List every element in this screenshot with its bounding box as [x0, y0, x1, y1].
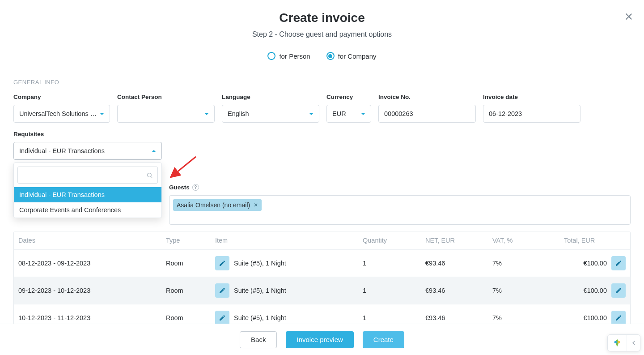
cell-type: Room: [161, 277, 211, 304]
requisites-search-input[interactable]: [22, 171, 146, 179]
page-subtitle: Step 2 - Choose guest and payment option…: [0, 30, 644, 38]
edit-total-button[interactable]: [611, 311, 626, 325]
requisites-search[interactable]: [17, 167, 158, 184]
th-qty: Quantity: [358, 231, 421, 250]
svg-point-4: [614, 341, 617, 343]
field-company-label: Company: [13, 94, 110, 100]
invoice-no-input[interactable]: 00000263: [378, 105, 476, 123]
form-grid: Company UniversalTech Solutions (B… Cont…: [13, 94, 631, 123]
item-text: Suite (#5), 1 Night: [234, 287, 286, 294]
cell-type: Room: [161, 250, 211, 277]
chevron-down-icon: [204, 113, 209, 115]
table-header-row: Dates Type Item Quantity NET, EUR VAT, %…: [14, 231, 630, 250]
invoice-preview-button[interactable]: Invoice preview: [286, 331, 353, 348]
field-currency: Currency EUR: [326, 94, 371, 123]
total-text: €100.00: [584, 260, 607, 267]
field-invoice-date-label: Invoice date: [483, 94, 580, 100]
content-area: GENERAL INFO Company UniversalTech Solut…: [0, 79, 644, 160]
field-contact-label: Contact Person: [117, 94, 215, 100]
close-icon[interactable]: [624, 13, 633, 21]
svg-line-1: [151, 176, 152, 178]
field-invoice-no-label: Invoice No.: [378, 94, 476, 100]
search-icon: [146, 172, 153, 179]
field-requisites-label: Requisites: [13, 131, 631, 137]
guests-label-row: Guests ?: [169, 184, 631, 191]
requisites-select[interactable]: Individual - EUR Transactions: [13, 142, 162, 160]
invoice-no-value: 00000263: [384, 110, 413, 117]
cell-vat: 7%: [488, 250, 559, 277]
radio-circle-checked-icon: [326, 52, 335, 60]
language-select[interactable]: English: [222, 105, 319, 123]
radio-for-company-label: for Company: [338, 52, 377, 60]
field-language: Language English: [222, 94, 319, 123]
edit-item-button[interactable]: [215, 256, 229, 270]
edit-total-button[interactable]: [611, 283, 626, 298]
company-select[interactable]: UniversalTech Solutions (B…: [13, 105, 110, 123]
th-type: Type: [161, 231, 211, 250]
edit-total-button[interactable]: [611, 256, 626, 270]
requisites-option-0[interactable]: Individual - EUR Transactions: [14, 187, 161, 202]
invoice-date-input[interactable]: 06-12-2023: [483, 105, 580, 123]
guests-input[interactable]: Asalia Omelsen (no email) ✕: [169, 195, 631, 225]
contact-select[interactable]: [117, 105, 215, 123]
help-icon[interactable]: ?: [192, 184, 199, 191]
field-invoice-date: Invoice date 06-12-2023: [483, 94, 580, 123]
field-language-label: Language: [222, 94, 319, 100]
chevron-left-icon: [632, 341, 636, 345]
corner-widget: [607, 334, 640, 351]
edit-item-button[interactable]: [215, 283, 229, 298]
invoice-items-table-wrap: Dates Type Item Quantity NET, EUR VAT, %…: [13, 231, 631, 332]
th-net: NET, EUR: [421, 231, 488, 250]
cell-item: Suite (#5), 1 Night: [211, 277, 358, 304]
field-currency-label: Currency: [326, 94, 371, 100]
invoice-date-value: 06-12-2023: [489, 110, 522, 117]
back-button[interactable]: Back: [240, 331, 277, 348]
page: Create invoice Step 2 - Choose guest and…: [0, 0, 644, 160]
language-select-value: English: [228, 110, 306, 117]
guest-chip-text: Asalia Omelsen (no email): [177, 201, 250, 209]
radio-for-person-label: for Person: [279, 52, 310, 60]
th-dates: Dates: [14, 231, 161, 250]
field-contact: Contact Person: [117, 94, 215, 123]
item-text: Suite (#5), 1 Night: [234, 314, 286, 321]
radio-circle-icon: [267, 52, 275, 60]
radio-for-person[interactable]: for Person: [267, 52, 310, 60]
table-row: 08-12-2023 - 09-12-2023RoomSuite (#5), 1…: [14, 250, 630, 277]
requisites-option-1[interactable]: Corporate Events and Conferences: [14, 202, 161, 218]
section-general-info: GENERAL INFO: [13, 79, 631, 86]
chevron-down-icon: [361, 113, 365, 115]
page-title: Create invoice: [0, 11, 644, 25]
edit-item-button[interactable]: [215, 311, 229, 325]
chevron-down-icon: [100, 113, 104, 115]
th-item: Item: [211, 231, 358, 250]
cell-item: Suite (#5), 1 Night: [211, 250, 358, 277]
currency-select-value: EUR: [332, 110, 358, 117]
cell-net: €93.46: [421, 277, 488, 304]
th-vat: VAT, %: [488, 231, 559, 250]
item-text: Suite (#5), 1 Night: [234, 260, 286, 267]
invoice-type-radios: for Person for Company: [0, 52, 644, 60]
corner-collapse-button[interactable]: [627, 335, 640, 351]
chevron-down-icon: [309, 113, 314, 115]
cell-qty: 1: [358, 277, 421, 304]
cell-dates: 08-12-2023 - 09-12-2023: [14, 250, 161, 277]
guests-block: Guests ? Asalia Omelsen (no email) ✕: [169, 184, 631, 225]
cell-vat: 7%: [488, 277, 559, 304]
cell-qty: 1: [358, 250, 421, 277]
guest-chip-remove-icon[interactable]: ✕: [254, 202, 258, 208]
footer-bar: Back Invoice preview Create: [0, 324, 644, 355]
create-button[interactable]: Create: [363, 331, 404, 348]
corner-logo-icon: [608, 335, 627, 351]
radio-for-company[interactable]: for Company: [326, 52, 377, 60]
cell-total: €100.00: [559, 250, 630, 277]
field-requisites: Requisites Individual - EUR Transactions…: [13, 131, 631, 160]
invoice-items-table: Dates Type Item Quantity NET, EUR VAT, %…: [14, 231, 630, 332]
guest-chip: Asalia Omelsen (no email) ✕: [173, 199, 262, 211]
table-row: 09-12-2023 - 10-12-2023RoomSuite (#5), 1…: [14, 277, 630, 304]
total-text: €100.00: [584, 314, 607, 321]
guests-label: Guests: [169, 184, 190, 191]
svg-point-0: [148, 173, 152, 177]
th-total: Total, EUR: [559, 231, 630, 250]
cell-total: €100.00: [559, 277, 630, 304]
currency-select[interactable]: EUR: [326, 105, 371, 123]
